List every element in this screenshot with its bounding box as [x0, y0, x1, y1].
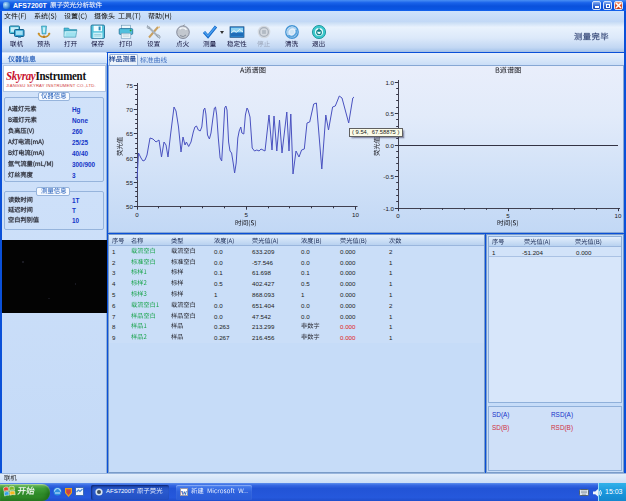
svg-text:W: W — [181, 488, 188, 495]
